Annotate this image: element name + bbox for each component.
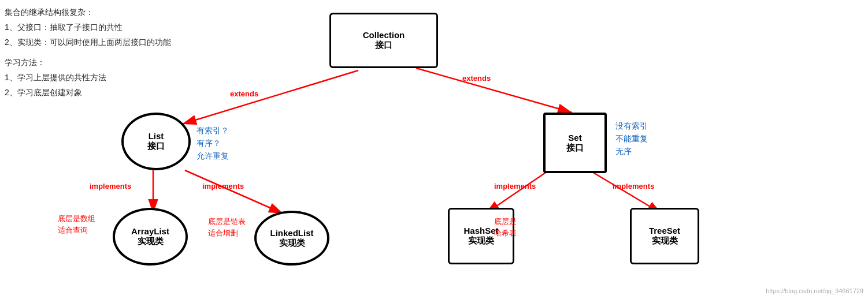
- extends-set-label: extends: [462, 74, 491, 83]
- collection-label2: 接口: [375, 40, 392, 51]
- set-node: Set 接口: [543, 113, 607, 173]
- treeset-label1: TreeSet: [649, 226, 680, 236]
- implements-linkedlist-label: implements: [202, 182, 244, 190]
- arraylist-node: ArrayList 实现类: [113, 208, 188, 266]
- svg-line-1: [182, 70, 358, 124]
- set-feature-1: 没有索引: [615, 121, 648, 132]
- arraylist-red-2: 适合查询: [58, 225, 88, 236]
- svg-line-2: [416, 68, 572, 113]
- extends-list-label: extends: [230, 89, 258, 98]
- arraylist-label1: ArrayList: [131, 226, 169, 236]
- hashset-label2: 实现类: [468, 236, 494, 246]
- hashset-red-1: 底层是: [494, 216, 517, 227]
- svg-line-5: [485, 170, 549, 214]
- arraylist-red-1: 底层是数组: [58, 214, 95, 224]
- notes-section: 集合的继承结构很复杂： 1、父接口：抽取了子接口的共性 2、实现类：可以同时使用…: [5, 6, 171, 107]
- linkedlist-red-2: 适合增删: [208, 228, 238, 238]
- list-label2: 接口: [147, 141, 165, 152]
- collection-node: Collection 接口: [329, 13, 438, 68]
- implements-treeset-label: implements: [613, 182, 654, 190]
- linkedlist-label1: LinkedList: [270, 228, 313, 238]
- hashset-label1: HashSet: [463, 226, 498, 236]
- section2: 学习方法： 1、学习上层提供的共性方法 2、学习底层创建对象: [5, 56, 171, 99]
- list-feature-2: 有序？: [196, 139, 221, 149]
- section1-title: 集合的继承结构很复杂：: [5, 6, 171, 20]
- section2-title: 学习方法：: [5, 56, 171, 70]
- set-label1: Set: [568, 133, 581, 143]
- list-node: List 接口: [121, 113, 191, 170]
- section2-item1: 1、学习上层提供的共性方法: [5, 71, 171, 85]
- set-feature-3: 无序: [615, 147, 632, 157]
- implements-hashset-label: implements: [494, 182, 536, 190]
- section1: 集合的继承结构很复杂： 1、父接口：抽取了子接口的共性 2、实现类：可以同时使用…: [5, 6, 171, 49]
- section1-item2: 2、实现类：可以同时使用上面两层接口的功能: [5, 36, 171, 50]
- set-feature-2: 不能重复: [615, 134, 648, 144]
- set-label2: 接口: [566, 143, 584, 154]
- diagram-container: 集合的继承结构很复杂： 1、父接口：抽取了子接口的共性 2、实现类：可以同时使用…: [0, 0, 868, 299]
- svg-line-6: [589, 170, 662, 214]
- treeset-label2: 实现类: [652, 236, 678, 246]
- linkedlist-label2: 实现类: [279, 238, 305, 249]
- hashset-red-2: 哈希表: [494, 228, 517, 238]
- section1-item1: 1、父接口：抽取了子接口的共性: [5, 21, 171, 35]
- collection-label1: Collection: [363, 30, 405, 40]
- arraylist-label2: 实现类: [138, 236, 164, 247]
- list-feature-3: 允许重复: [196, 151, 229, 162]
- svg-line-4: [185, 170, 283, 214]
- watermark: https://blog.csdn.net/qq_34661729: [766, 287, 863, 294]
- linkedlist-node: LinkedList 实现类: [254, 211, 329, 266]
- linkedlist-red-1: 底层是链表: [208, 216, 246, 227]
- section2-item2: 2、学习底层创建对象: [5, 86, 171, 100]
- list-feature-1: 有索引？: [196, 126, 229, 136]
- list-label1: List: [149, 131, 164, 141]
- treeset-node: TreeSet 实现类: [630, 208, 699, 264]
- implements-arraylist-label: implements: [90, 182, 131, 190]
